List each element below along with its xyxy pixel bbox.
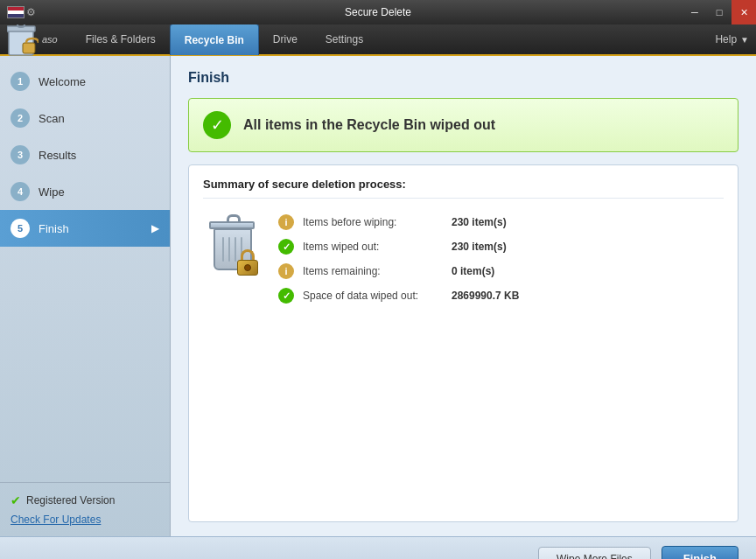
title-bar: ⚙ Secure Delete ─ □ ✕ bbox=[0, 0, 756, 24]
close-button[interactable]: ✕ bbox=[732, 0, 756, 24]
sidebar-item-wipe[interactable]: 4 Wipe bbox=[0, 173, 170, 210]
window-controls: ─ □ ✕ bbox=[682, 0, 756, 24]
step-4-circle: 4 bbox=[10, 182, 30, 201]
sidebar-item-scan[interactable]: 2 Scan bbox=[0, 100, 170, 136]
app-title-area: Secure Delete bbox=[345, 6, 411, 18]
table-row: i Items before wiping: 230 item(s) bbox=[278, 214, 724, 230]
flag-icon bbox=[7, 6, 24, 18]
maximize-button[interactable]: □ bbox=[707, 0, 732, 24]
minimize-button[interactable]: ─ bbox=[682, 0, 707, 24]
table-row: i Items remaining: 0 item(s) bbox=[278, 263, 724, 279]
tab-settings[interactable]: Settings bbox=[312, 24, 377, 55]
svg-rect-3 bbox=[23, 43, 35, 53]
main-layout: 1 Welcome 2 Scan 3 Results 4 Wipe 5 bbox=[0, 56, 756, 536]
row-value-4: 2869990.7 KB bbox=[452, 290, 519, 302]
sidebar-footer: ✔ Registered Version Check For Updates bbox=[0, 482, 170, 536]
sidebar-item-label: Wipe bbox=[38, 185, 65, 199]
sidebar: 1 Welcome 2 Scan 3 Results 4 Wipe 5 bbox=[0, 56, 171, 536]
row-label-2: Items wiped out: bbox=[303, 241, 443, 253]
success-icon-4: ✓ bbox=[278, 288, 294, 304]
step-2-circle: 2 bbox=[10, 108, 30, 128]
sidebar-item-label: Finish bbox=[38, 222, 69, 235]
content-area: Finish ✓ All items in the Recycle Bin wi… bbox=[171, 56, 756, 536]
tab-drive[interactable]: Drive bbox=[259, 24, 312, 55]
page-title: Finish bbox=[188, 70, 738, 86]
tab-recycle-bin[interactable]: Recycle Bin bbox=[170, 24, 259, 55]
summary-title: Summary of secure deletion process: bbox=[203, 178, 724, 199]
check-updates-link[interactable]: Check For Updates bbox=[10, 514, 101, 526]
check-circle-icon: ✔ bbox=[10, 493, 21, 507]
table-row: ✓ Items wiped out: 230 item(s) bbox=[278, 239, 724, 255]
sidebar-item-welcome[interactable]: 1 Welcome bbox=[0, 63, 170, 100]
chevron-down-icon: ▼ bbox=[740, 35, 749, 45]
title-text: Secure Delete bbox=[345, 6, 411, 18]
sidebar-item-finish[interactable]: 5 Finish ▶ bbox=[0, 210, 170, 247]
row-value-1: 230 item(s) bbox=[452, 216, 507, 228]
bottom-bar: Wipe More Files Finish bbox=[0, 536, 756, 559]
sidebar-item-results[interactable]: 3 Results bbox=[0, 136, 170, 173]
row-value-3: 0 item(s) bbox=[452, 265, 494, 277]
registered-text: Registered Version bbox=[26, 494, 115, 507]
row-label-4: Space of data wiped out: bbox=[303, 290, 443, 302]
logo-text: aso bbox=[42, 34, 58, 45]
settings-icon: ⚙ bbox=[26, 6, 36, 18]
chevron-right-icon: ▶ bbox=[151, 222, 159, 234]
menu-bar: aso Files & Folders Recycle Bin Drive Se… bbox=[0, 24, 756, 56]
row-label-1: Items before wiping: bbox=[303, 216, 443, 228]
step-5-circle: 5 bbox=[10, 219, 30, 238]
summary-box: Summary of secure deletion process: bbox=[188, 164, 738, 522]
title-bar-left: ⚙ bbox=[7, 0, 36, 24]
menu-tabs: Files & Folders Recycle Bin Drive Settin… bbox=[72, 24, 716, 55]
table-row: ✓ Space of data wiped out: 2869990.7 KB bbox=[278, 288, 724, 304]
help-menu[interactable]: Help ▼ bbox=[715, 33, 749, 45]
sidebar-item-label: Scan bbox=[38, 112, 65, 125]
tab-files-folders[interactable]: Files & Folders bbox=[72, 24, 170, 55]
sidebar-item-label: Results bbox=[38, 149, 76, 162]
finish-button[interactable]: Finish bbox=[662, 546, 738, 559]
lock-icon bbox=[237, 249, 260, 276]
step-3-circle: 3 bbox=[10, 145, 30, 164]
sidebar-item-label: Welcome bbox=[38, 75, 86, 88]
summary-rows: i Items before wiping: 230 item(s) ✓ Ite… bbox=[278, 214, 724, 304]
summary-content: i Items before wiping: 230 item(s) ✓ Ite… bbox=[203, 207, 724, 304]
app-logo-icon bbox=[7, 22, 38, 57]
row-value-2: 230 item(s) bbox=[452, 241, 507, 253]
step-1-circle: 1 bbox=[10, 72, 30, 91]
menu-logo: aso bbox=[7, 22, 58, 57]
row-label-3: Items remaining: bbox=[303, 265, 443, 277]
info-icon-1: i bbox=[278, 214, 294, 230]
success-icon-2: ✓ bbox=[278, 239, 294, 255]
success-checkmark-icon: ✓ bbox=[203, 111, 231, 139]
recycle-bin-illustration bbox=[207, 214, 260, 276]
success-message: All items in the Recycle Bin wiped out bbox=[243, 117, 495, 133]
recycle-bin-icon-area bbox=[203, 214, 264, 276]
wipe-more-button[interactable]: Wipe More Files bbox=[538, 547, 651, 560]
success-banner: ✓ All items in the Recycle Bin wiped out bbox=[188, 98, 738, 152]
info-icon-3: i bbox=[278, 263, 294, 279]
registered-row: ✔ Registered Version bbox=[10, 493, 159, 507]
